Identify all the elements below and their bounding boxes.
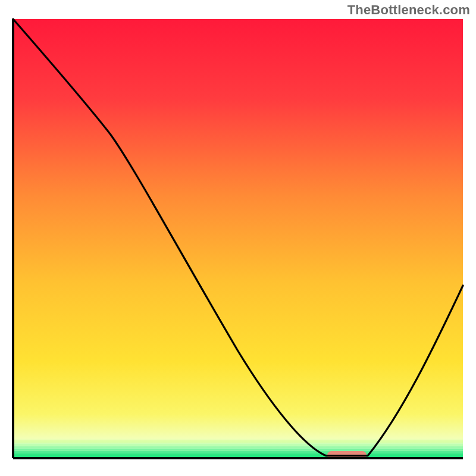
bottleneck-chart — [0, 0, 476, 476]
plot-area — [13, 19, 463, 459]
chart-container: TheBottleneck.com — [0, 0, 476, 476]
svg-rect-2 — [13, 446, 463, 448]
svg-rect-0 — [13, 440, 463, 443]
watermark-text: TheBottleneck.com — [347, 2, 470, 18]
svg-rect-3 — [13, 449, 463, 450]
gradient-background — [13, 19, 463, 458]
svg-rect-4 — [13, 451, 463, 453]
svg-rect-1 — [13, 444, 463, 446]
